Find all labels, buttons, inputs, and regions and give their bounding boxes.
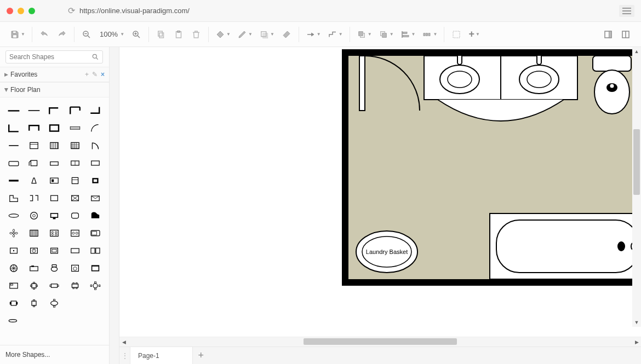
- shape-piano[interactable]: [85, 207, 106, 224]
- shape-ellipse-small[interactable]: [3, 312, 24, 330]
- save-button[interactable]: ▼: [8, 27, 27, 42]
- horizontal-scrollbar[interactable]: ◀ ▶: [119, 337, 641, 346]
- tabs-drag-handle[interactable]: ⋮: [119, 347, 130, 364]
- shape-arc[interactable]: [85, 119, 106, 137]
- shape-extra2[interactable]: [85, 294, 106, 312]
- to-back-button[interactable]: ▼: [376, 27, 396, 42]
- align-button[interactable]: ▼: [398, 27, 418, 42]
- shape-dials[interactable]: [65, 224, 85, 242]
- shape-frame[interactable]: [44, 119, 65, 137]
- shape-desk-l[interactable]: [3, 189, 24, 207]
- url-bar[interactable]: [79, 7, 613, 15]
- waypoint-button[interactable]: ▼: [325, 27, 345, 42]
- zoom-level-dropdown[interactable]: 100% ▼: [96, 27, 127, 42]
- shape-flower[interactable]: [3, 224, 24, 242]
- fill-color-button[interactable]: ▼: [213, 27, 233, 42]
- shape-barcode[interactable]: [24, 224, 44, 242]
- shape-sq-table[interactable]: [24, 294, 44, 312]
- search-input[interactable]: [9, 53, 91, 61]
- shape-sofa[interactable]: [3, 154, 24, 172]
- scroll-right-arrow[interactable]: ▶: [632, 337, 641, 346]
- shape-dining-6[interactable]: [65, 277, 85, 294]
- add-shape-button[interactable]: +▼: [466, 27, 482, 42]
- shape-oval-table[interactable]: [44, 294, 65, 312]
- shape-x-box[interactable]: [65, 189, 85, 207]
- shadow-button[interactable]: ▼: [257, 27, 277, 42]
- shape-window[interactable]: [65, 119, 85, 137]
- grid-toggle-button[interactable]: [449, 27, 464, 42]
- shape-wall-h[interactable]: [3, 102, 24, 119]
- edit-favorites-button[interactable]: ✎: [92, 71, 98, 78]
- shape-outlet[interactable]: [3, 242, 24, 259]
- shape-envelope[interactable]: [85, 189, 106, 207]
- outline-panel-toggle[interactable]: [618, 27, 633, 42]
- search-shapes-field[interactable]: [5, 50, 103, 63]
- shape-hatch[interactable]: [65, 137, 85, 154]
- redo-button[interactable]: [54, 27, 70, 42]
- shape-oval[interactable]: [3, 207, 24, 224]
- outline-panel-collapsed[interactable]: [110, 47, 119, 364]
- shape-tee[interactable]: [24, 119, 44, 137]
- floorplan-category-header[interactable]: ▶ Floor Plan: [0, 82, 109, 97]
- shape-target[interactable]: [24, 207, 44, 224]
- vertical-scrollbar[interactable]: ▲ ▼: [632, 47, 641, 327]
- page-tab-1[interactable]: Page-1: [130, 347, 193, 364]
- vertical-scroll-thumb[interactable]: [633, 129, 640, 195]
- format-panel-toggle[interactable]: [600, 27, 616, 42]
- shape-counter[interactable]: [3, 172, 24, 189]
- shape-rounded[interactable]: [65, 207, 85, 224]
- scroll-up-arrow[interactable]: ▲: [632, 47, 641, 56]
- shape-box[interactable]: [44, 189, 65, 207]
- shape-corner-bl[interactable]: [3, 119, 24, 137]
- browser-menu-icon[interactable]: [619, 5, 634, 17]
- shape-fridge[interactable]: [65, 172, 85, 189]
- horizontal-scroll-thumb[interactable]: [304, 338, 457, 345]
- connector-style-button[interactable]: ▼: [304, 27, 323, 42]
- shape-camera[interactable]: [24, 259, 44, 277]
- shape-sink-sq[interactable]: [85, 172, 106, 189]
- maximize-window-button[interactable]: [28, 8, 35, 14]
- shape-line[interactable]: [3, 137, 24, 154]
- shape-toilet-icon[interactable]: [44, 259, 65, 277]
- shape-panel[interactable]: [24, 137, 44, 154]
- delete-button[interactable]: [188, 27, 204, 42]
- shape-card[interactable]: [65, 242, 85, 259]
- scroll-down-arrow[interactable]: ▼: [632, 318, 641, 327]
- shape-wall-u[interactable]: [65, 102, 85, 119]
- close-favorites-button[interactable]: ×: [101, 71, 105, 78]
- favorites-category-header[interactable]: ▶ Favorites + ✎ ×: [0, 67, 109, 82]
- floorplan-drawing[interactable]: Laundry Basket: [342, 49, 641, 286]
- shape-hex-table[interactable]: [3, 294, 24, 312]
- shape-bed[interactable]: [3, 277, 24, 294]
- toilet-shape[interactable]: [593, 56, 631, 114]
- paste-button[interactable]: [171, 27, 186, 42]
- minimize-window-button[interactable]: [18, 8, 24, 14]
- zoom-out-button[interactable]: [79, 27, 94, 42]
- format-painter-button[interactable]: [279, 27, 294, 42]
- shape-switch[interactable]: [24, 242, 44, 259]
- shape-corner-tl[interactable]: [44, 102, 65, 119]
- shape-chair[interactable]: [24, 154, 44, 172]
- shape-extra[interactable]: [65, 294, 85, 312]
- shape-round-table[interactable]: [24, 277, 44, 294]
- add-page-button[interactable]: +: [193, 347, 209, 364]
- shape-dishwasher[interactable]: [85, 259, 106, 277]
- refresh-icon[interactable]: ⟳: [68, 5, 75, 16]
- shape-grille[interactable]: [44, 137, 65, 154]
- shape-cabinet[interactable]: [65, 154, 85, 172]
- copy-button[interactable]: [153, 27, 169, 42]
- line-color-button[interactable]: ▼: [235, 27, 255, 42]
- shape-microwave[interactable]: [85, 224, 106, 242]
- shape-lamp[interactable]: [24, 172, 44, 189]
- zoom-in-button[interactable]: [129, 27, 144, 42]
- more-shapes-button[interactable]: More Shapes...: [0, 345, 109, 364]
- add-favorite-button[interactable]: +: [85, 71, 89, 78]
- shape-wall-h-thin[interactable]: [24, 102, 44, 119]
- bathtub-shape[interactable]: [490, 213, 641, 279]
- undo-button[interactable]: [37, 27, 52, 42]
- shape-washer[interactable]: [65, 259, 85, 277]
- shape-monitor[interactable]: [44, 207, 65, 224]
- shape-corner-br[interactable]: [85, 102, 106, 119]
- distribute-button[interactable]: ▼: [420, 27, 439, 42]
- shape-dining[interactable]: [44, 277, 65, 294]
